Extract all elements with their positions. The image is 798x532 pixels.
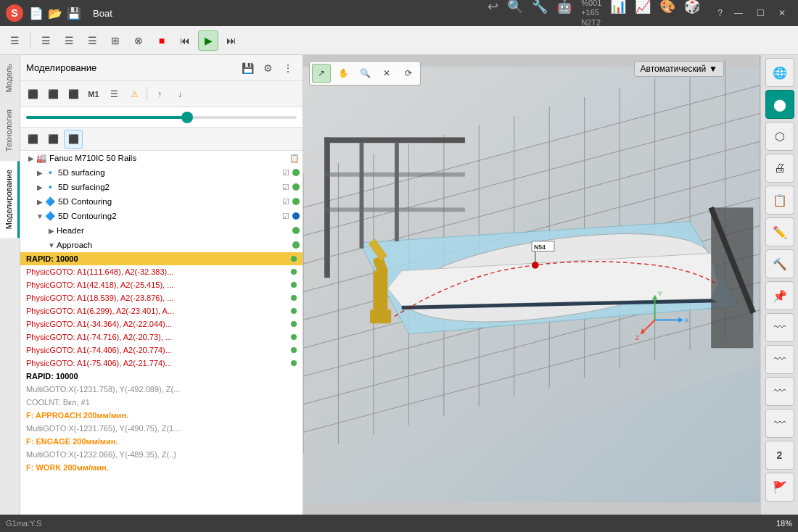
open-icon[interactable]: 📂 bbox=[48, 7, 62, 20]
settings-btn[interactable]: ⚙ bbox=[259, 59, 276, 77]
code-multi-3[interactable]: MultiGOTO:X(-1232.066), Y(-489.35), Z(..… bbox=[20, 448, 303, 461]
filter1-btn[interactable]: ⬛ bbox=[23, 85, 42, 104]
list-mode-btn[interactable]: ☰ bbox=[104, 85, 123, 104]
code-physic-5[interactable]: PhysicGOTO: A1(-34.364), A2(-22.044)... bbox=[20, 317, 303, 331]
item-5d-surfacing2[interactable]: ▶ 🔹 5D surfacing2 ☑ bbox=[20, 180, 303, 194]
save-panel-btn[interactable]: 💾 bbox=[239, 59, 256, 77]
list-icon[interactable]: ☰ bbox=[36, 30, 56, 51]
maximize-button[interactable]: ☐ bbox=[750, 6, 770, 20]
item-approach[interactable]: ▼ Approach bbox=[20, 238, 303, 252]
new-icon[interactable]: 📄 bbox=[29, 7, 44, 20]
engage-1-text: F: ENGAGE 200мм/мин. bbox=[26, 437, 297, 446]
down-btn[interactable]: ↓ bbox=[170, 85, 189, 104]
physic-8-text: PhysicGOTO: A1(-75.406), A2(-21.774)... bbox=[26, 359, 291, 367]
rp-globe-btn[interactable]: 🌐 bbox=[765, 58, 794, 87]
justify-icon[interactable]: ☰ bbox=[82, 30, 102, 51]
rp-wave1-btn[interactable]: 〰 bbox=[765, 313, 794, 342]
code-coolant-1[interactable]: COOLNT: Вкл, #1 bbox=[20, 396, 303, 409]
rp-box-btn[interactable]: ⬡ bbox=[765, 122, 794, 151]
code-physic-2[interactable]: PhysicGOTO: A1(42.418), A2(-25.415), ... bbox=[20, 278, 303, 291]
up-btn[interactable]: ↑ bbox=[150, 85, 169, 104]
more-btn[interactable]: ⋮ bbox=[279, 59, 297, 77]
item-5d-contouring[interactable]: ▶ 🔷 5D Contouring ☑ bbox=[20, 194, 303, 209]
code-engage-1[interactable]: F: ENGAGE 200мм/мин. bbox=[20, 435, 303, 448]
step-back-icon[interactable]: ⏮ bbox=[175, 30, 195, 51]
chart-icon[interactable]: 📈 bbox=[632, 0, 654, 29]
code-rapid-1[interactable]: RAPID: 10000 bbox=[20, 252, 303, 265]
rp-sphere-btn[interactable]: ⬤ bbox=[765, 90, 794, 119]
rp-print2-btn[interactable]: 📋 bbox=[765, 186, 794, 215]
svg-rect-35 bbox=[324, 207, 465, 212]
tab-modeling[interactable]: Моделирование bbox=[0, 161, 20, 238]
progress-slider[interactable] bbox=[26, 116, 297, 119]
code-physic-6[interactable]: PhysicGOTO: A1(-74.716), A2(-20.73), ... bbox=[20, 331, 303, 344]
svg-point-27 bbox=[398, 218, 715, 338]
item-5d-surfacing[interactable]: ▶ 🔹 5D surfacing ☑ bbox=[20, 165, 303, 180]
item-5d-contouring2[interactable]: ▼ 🔷 5D Contouring2 ☑ bbox=[20, 209, 303, 223]
color-icon[interactable]: 🎨 bbox=[657, 0, 678, 29]
vp-arrow-btn[interactable]: ↗ bbox=[312, 64, 331, 83]
rp-flag-btn[interactable]: 🚩 bbox=[765, 473, 794, 502]
sub-toolbar: ⬛ ⬛ ⬛ bbox=[20, 128, 303, 151]
work-1-text: F: WORK 200мм/мин. bbox=[26, 463, 297, 472]
code-physic-3[interactable]: PhysicGOTO: A1(18.539), A2(-23.876), ... bbox=[20, 291, 303, 304]
rp-pin-btn[interactable]: 📌 bbox=[765, 281, 794, 310]
vp-close-btn[interactable]: ✕ bbox=[377, 64, 396, 83]
progress-slider-row bbox=[20, 107, 303, 128]
indent-icon[interactable]: ☰ bbox=[59, 30, 79, 51]
code-physic-8[interactable]: PhysicGOTO: A1(-75.406), A2(-21.774)... bbox=[20, 357, 303, 370]
stop-icon[interactable]: ■ bbox=[152, 30, 172, 51]
save-icon[interactable]: 💾 bbox=[67, 7, 81, 20]
code-multi-1[interactable]: MultiGOTO:X(-1231.758), Y(-492.089), Z(.… bbox=[20, 383, 303, 396]
close-circle-icon[interactable]: ⊗ bbox=[128, 30, 149, 51]
step-forward-icon[interactable]: ⏭ bbox=[221, 30, 242, 51]
undo-icon[interactable]: ↩ bbox=[485, 0, 501, 29]
svg-rect-1 bbox=[303, 67, 760, 498]
vp-sync-btn[interactable]: ⟳ bbox=[399, 64, 418, 83]
warning-btn[interactable]: ⚠ bbox=[125, 85, 144, 104]
help-icon[interactable]: ? bbox=[717, 8, 723, 18]
code-rapid-2[interactable]: RAPID: 10000 bbox=[20, 370, 303, 383]
tab-technology[interactable]: Технология bbox=[0, 101, 20, 160]
rp-wave4-btn[interactable]: 〰 bbox=[765, 409, 794, 438]
rp-edit-btn[interactable]: ✏️ bbox=[765, 217, 794, 246]
auto-mode-button[interactable]: Автоматический ▼ bbox=[634, 61, 724, 77]
code-physic-1[interactable]: PhysicGOTO: A1(111.648), A2(-32.383)... bbox=[20, 265, 303, 278]
rp-wave2-btn[interactable]: 〰 bbox=[765, 345, 794, 374]
code-approach-1[interactable]: F: APPROACH 200мм/мин. bbox=[20, 409, 303, 422]
tool-active-btn[interactable]: ⬛ bbox=[64, 130, 83, 149]
rp-wave3-btn[interactable]: 〰 bbox=[765, 377, 794, 406]
machine-root[interactable]: ▶ 🏭 Fanuc M710IC 50 Rails 📋 bbox=[20, 151, 303, 165]
code-physic-4[interactable]: PhysicGOTO: A1(6.299), A2(-23.401), A... bbox=[20, 304, 303, 317]
play-icon[interactable]: ▶ bbox=[198, 30, 218, 51]
robot-icon[interactable]: 🤖 bbox=[554, 0, 575, 29]
minimize-button[interactable]: — bbox=[728, 6, 749, 20]
num-icon: %001+165N2T2 bbox=[578, 0, 604, 29]
rp-print-btn[interactable]: 🖨 bbox=[765, 154, 794, 183]
view-icon[interactable]: 🔍 bbox=[504, 0, 526, 29]
3d-icon[interactable]: 🎲 bbox=[681, 0, 703, 29]
tool-path-btn[interactable]: ⬛ bbox=[23, 130, 42, 149]
status-coords: G1mа:Y.S bbox=[6, 519, 41, 528]
grid-icon[interactable]: ⊞ bbox=[105, 30, 126, 51]
svg-rect-44 bbox=[532, 241, 554, 252]
rp-tool-btn[interactable]: 🔨 bbox=[765, 249, 794, 278]
item-header[interactable]: ▶ Header bbox=[20, 223, 303, 238]
close-button[interactable]: ✕ bbox=[772, 6, 792, 20]
code-multi-2[interactable]: MultiGOTO:X(-1231.765), Y(-490.75), Z(1.… bbox=[20, 422, 303, 435]
m1-btn[interactable]: M1 bbox=[84, 85, 103, 104]
svg-marker-29 bbox=[402, 299, 718, 309]
sim-icon[interactable]: 📊 bbox=[607, 0, 629, 29]
tab-model[interactable]: Модель bbox=[0, 55, 20, 101]
vp-zoom-btn[interactable]: 🔍 bbox=[355, 64, 374, 83]
rp-num2-btn[interactable]: 2 bbox=[765, 441, 794, 470]
3d-viewport[interactable]: N54 X Y Z ↗ ✋ 🔍 ✕ ⟳ Автоматичес bbox=[303, 55, 760, 515]
tool-shape-btn[interactable]: ⬛ bbox=[44, 130, 62, 149]
menu-icon[interactable]: ☰ bbox=[4, 30, 25, 51]
filter3-btn[interactable]: ⬛ bbox=[64, 85, 83, 104]
filter2-btn[interactable]: ⬛ bbox=[44, 85, 62, 104]
tool-icon[interactable]: 🔧 bbox=[529, 0, 551, 29]
code-work-1[interactable]: F: WORK 200мм/мин. bbox=[20, 461, 303, 474]
vp-pan-btn[interactable]: ✋ bbox=[334, 64, 353, 83]
code-physic-7[interactable]: PhysicGOTO: A1(-74.406), A2(-20.774)... bbox=[20, 344, 303, 357]
